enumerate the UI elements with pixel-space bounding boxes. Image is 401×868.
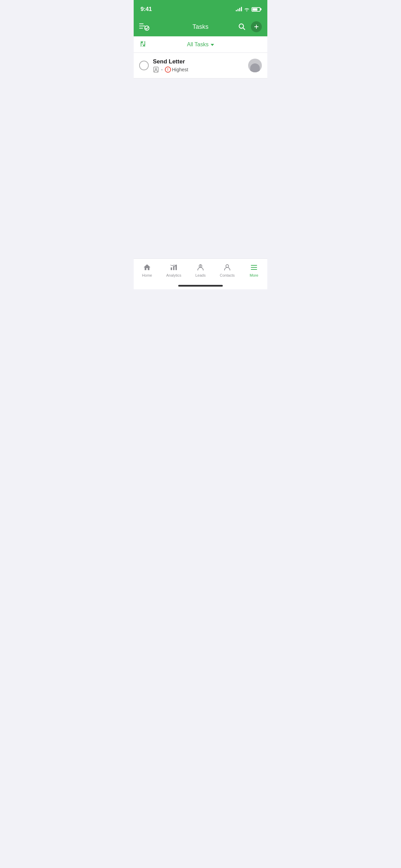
task-item[interactable]: Send Letter - ! Highest [134,53,267,79]
filter-settings-button[interactable] [139,22,150,31]
svg-rect-2 [139,28,143,28]
tab-contacts[interactable]: Contacts [214,262,241,277]
tab-contacts-label: Contacts [220,273,234,277]
avatar-silhouette [250,63,260,72]
filter-title-text: All Tasks [187,41,209,48]
signal-icon [236,7,242,11]
tab-analytics-label: Analytics [166,273,181,277]
more-icon [250,263,258,272]
tab-more[interactable]: More [241,262,267,277]
svg-rect-18 [175,265,177,270]
task-contact-separator: - [161,67,163,72]
tab-leads[interactable]: Leads [187,262,214,277]
filter-settings-icon [139,22,150,31]
svg-point-15 [155,68,157,70]
nav-actions [236,21,262,33]
page-title: Tasks [192,23,208,31]
home-bar [178,285,223,287]
battery-icon [252,7,260,12]
tab-leads-label: Leads [195,273,206,277]
add-button[interactable] [251,21,262,32]
tab-analytics[interactable]: Analytics [160,262,187,277]
svg-point-21 [226,265,229,267]
plus-icon [253,24,259,30]
sort-icon [139,40,147,48]
chevron-down-icon [210,44,214,46]
priority-icon: ! [165,67,171,73]
wifi-icon [244,7,250,11]
tab-home[interactable]: Home [134,262,160,277]
nav-bar: Tasks [134,17,267,36]
contact-icon [153,67,159,73]
svg-rect-0 [139,23,144,24]
priority-badge: ! Highest [165,67,188,73]
avatar [248,59,262,72]
task-content: Send Letter - ! Highest [153,58,244,73]
task-list: Send Letter - ! Highest [134,53,267,79]
svg-rect-16 [171,267,172,270]
status-icons [236,7,260,12]
svg-line-5 [243,28,245,29]
analytics-icon [169,263,178,272]
priority-text: Highest [172,67,188,72]
search-button[interactable] [236,21,247,33]
task-checkbox[interactable] [139,61,149,70]
leads-icon [196,263,205,272]
empty-area [134,79,267,250]
filter-title-button[interactable]: All Tasks [187,41,214,48]
tab-home-label: Home [142,273,152,277]
tab-more-label: More [250,273,258,277]
contacts-icon [223,263,232,272]
status-bar: 9:41 [134,0,267,17]
task-meta: - ! Highest [153,67,244,73]
filter-bar: All Tasks [134,36,267,53]
svg-point-4 [239,24,244,28]
home-icon [143,263,151,272]
svg-rect-1 [139,26,145,26]
status-time: 9:41 [141,6,152,13]
task-title: Send Letter [153,58,244,65]
search-icon [238,23,245,30]
sort-button[interactable] [139,40,147,49]
